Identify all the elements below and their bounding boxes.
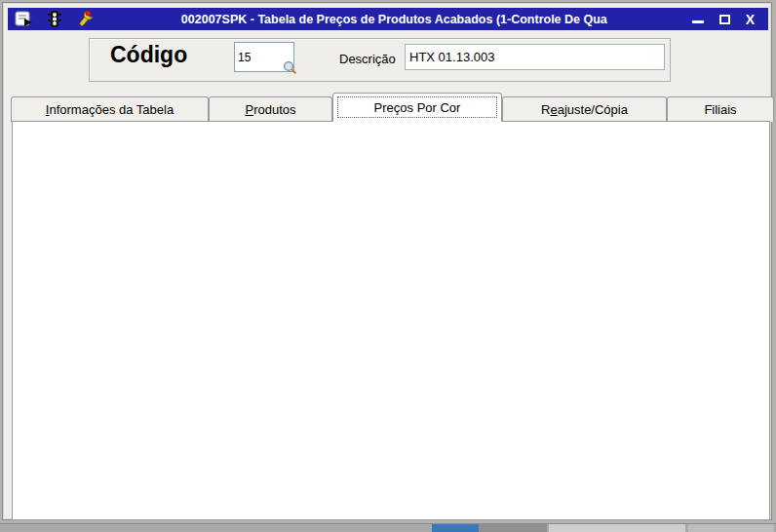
- close-button[interactable]: X: [746, 13, 755, 26]
- taskbar-strip: [0, 523, 776, 532]
- wrench-icon[interactable]: [74, 10, 96, 29]
- screen: 002007SPK - Tabela de Preços de Produtos…: [0, 0, 776, 532]
- taskbar-button[interactable]: [549, 524, 685, 532]
- magnifier-icon[interactable]: [283, 60, 297, 79]
- tab-strip: Informações da Tabela Produtos Preços Po…: [11, 93, 774, 122]
- tab-informacoes-da-tabela[interactable]: Informações da Tabela: [11, 96, 209, 122]
- taskbar-button-active[interactable]: [432, 524, 479, 532]
- tab-page: [12, 121, 770, 520]
- tab-filiais[interactable]: Filiais: [667, 96, 774, 122]
- descricao-input[interactable]: [405, 44, 665, 70]
- form-icon[interactable]: [14, 10, 35, 29]
- maximize-button[interactable]: [719, 15, 730, 24]
- tab-precos-por-cor[interactable]: Preços Por Cor: [332, 93, 502, 122]
- app-window: 002007SPK - Tabela de Preços de Produtos…: [2, 2, 772, 520]
- codigo-label: Código: [110, 42, 187, 68]
- minimize-button[interactable]: [692, 20, 704, 23]
- taskbar-button[interactable]: [688, 524, 774, 532]
- taskbar-button[interactable]: [479, 524, 547, 532]
- traffic-light-icon[interactable]: [44, 10, 65, 29]
- descricao-label: Descrição: [339, 52, 396, 66]
- tab-produtos[interactable]: Produtos: [209, 96, 332, 122]
- window-title: 002007SPK - Tabela de Preços de Produtos…: [104, 13, 684, 26]
- titlebar: 002007SPK - Tabela de Preços de Produtos…: [8, 8, 768, 30]
- tab-reajuste-copia[interactable]: Reajuste/Cópia: [502, 96, 667, 122]
